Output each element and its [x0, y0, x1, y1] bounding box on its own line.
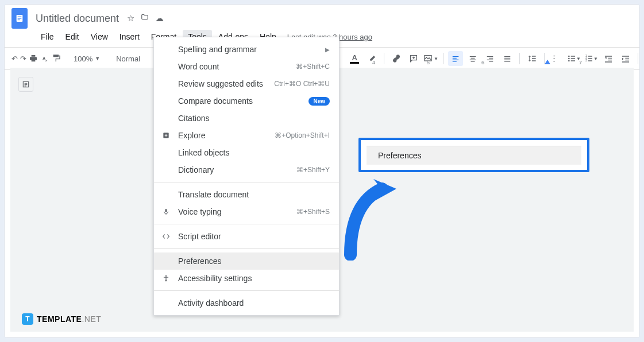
menu-view[interactable]: View [86, 30, 113, 44]
document-title[interactable]: Untitled document [36, 13, 119, 25]
callout-label: Preferences [367, 146, 581, 165]
print-button[interactable] [29, 51, 38, 66]
ruler: 4 5 6 7 [349, 59, 635, 67]
menu-explore[interactable]: Explore ⌘+Option+Shift+I [154, 127, 339, 144]
menu-preferences[interactable]: Preferences [154, 252, 339, 270]
star-icon[interactable]: ☆ [127, 13, 134, 24]
separator [154, 290, 339, 291]
svg-point-5 [568, 56, 570, 57]
docs-icon[interactable] [11, 8, 28, 29]
undo-button[interactable]: ↶ [11, 51, 18, 66]
new-badge: New [308, 97, 330, 106]
explore-icon [161, 130, 171, 141]
separator [154, 248, 339, 249]
menu-word-count[interactable]: Word count ⌘+Shift+C [154, 58, 339, 75]
chevron-right-icon: ▶ [325, 46, 330, 53]
menu-dictionary[interactable]: Dictionary ⌘+Shift+Y [154, 161, 339, 178]
menu-compare[interactable]: Compare documents New [154, 92, 339, 110]
branding-logo: T TEMPLATE.NET [22, 313, 101, 325]
svg-rect-2 [18, 18, 22, 18]
menu-accessibility[interactable]: Accessibility settings [154, 270, 339, 287]
cloud-icon[interactable]: ☁ [155, 13, 164, 24]
separator [154, 224, 339, 224]
menu-translate[interactable]: Translate document [154, 186, 339, 203]
styles-dropdown[interactable]: Normal [113, 55, 144, 63]
spellcheck-button[interactable] [40, 51, 49, 66]
menu-insert[interactable]: Insert [114, 30, 145, 44]
move-icon[interactable] [140, 13, 149, 24]
outline-toggle[interactable] [18, 77, 33, 92]
menu-spelling[interactable]: Spelling and grammar ▶ [154, 41, 339, 58]
menu-script-editor[interactable]: Script editor [154, 228, 339, 245]
accessibility-icon [161, 273, 171, 283]
tools-dropdown: Spelling and grammar ▶ Word count ⌘+Shif… [153, 37, 340, 316]
svg-rect-1 [18, 17, 22, 17]
logo-badge: T [22, 313, 33, 325]
svg-rect-14 [165, 209, 167, 212]
script-icon [161, 231, 171, 242]
menu-citations[interactable]: Citations [154, 110, 339, 127]
menu-voice-typing[interactable]: Voice typing ⌘+Shift+S [154, 203, 339, 220]
paint-format-button[interactable] [52, 51, 61, 66]
mic-icon [161, 207, 171, 217]
svg-point-15 [165, 275, 167, 277]
menu-linked-objects[interactable]: Linked objects [154, 144, 339, 161]
menu-file[interactable]: File [36, 30, 59, 44]
callout-box: Preferences [358, 138, 589, 172]
arrow-icon [339, 169, 408, 261]
zoom-dropdown[interactable]: 100%▼ [70, 55, 103, 63]
svg-rect-3 [18, 20, 20, 20]
redo-button[interactable]: ↷ [20, 51, 26, 66]
menu-review-edits[interactable]: Review suggested edits Ctrl+⌘O Ctrl+⌘U [154, 75, 339, 92]
separator [154, 182, 339, 182]
svg-marker-11 [545, 60, 550, 64]
menu-edit[interactable]: Edit [60, 30, 84, 44]
menu-activity-dashboard[interactable]: Activity dashboard [154, 294, 339, 312]
